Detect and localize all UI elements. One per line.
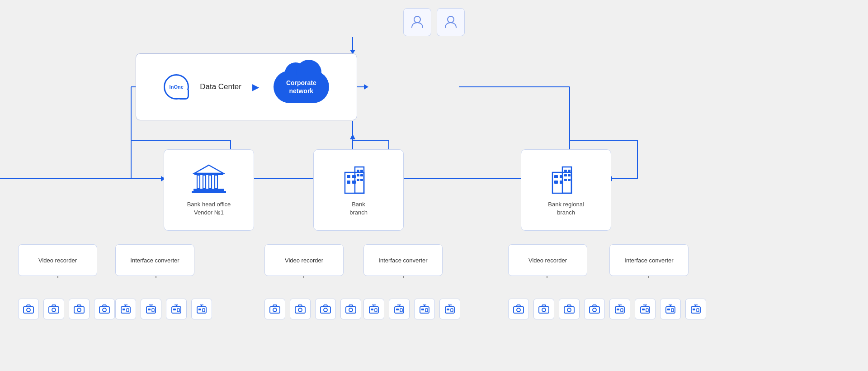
inone-logo-circle: InOne: [164, 74, 189, 100]
svg-point-144: [542, 308, 546, 312]
svg-marker-87: [102, 305, 107, 307]
office-building-icon-2: [548, 163, 584, 195]
svg-rect-49: [215, 175, 217, 189]
device-video-recorder-2: Video recorder: [264, 244, 344, 276]
camera-icon-12: [584, 299, 605, 319]
svg-rect-79: [49, 307, 59, 313]
device-vr2-label: Video recorder: [285, 257, 323, 264]
camera-icon-5: [264, 299, 285, 319]
svg-rect-69: [560, 181, 563, 184]
svg-rect-75: [568, 179, 571, 181]
svg-rect-55: [352, 175, 356, 178]
device-video-recorder-1: Video recorder: [18, 244, 97, 276]
svg-rect-95: [152, 309, 154, 312]
inone-logo: InOne: [164, 74, 189, 100]
svg-rect-89: [123, 309, 125, 310]
svg-rect-140: [514, 307, 524, 313]
register-icon-4: [191, 299, 212, 319]
svg-rect-114: [321, 307, 330, 313]
device-vr3-label: Video recorder: [528, 257, 567, 264]
svg-marker-44: [194, 165, 223, 173]
camera-icon-4: [94, 299, 115, 319]
svg-marker-148: [567, 305, 571, 307]
cloud-label: Corporate network: [274, 71, 329, 103]
branch-head-office: Bank head office Vendor №1: [164, 149, 254, 231]
svg-rect-60: [357, 174, 359, 176]
svg-point-112: [298, 308, 302, 312]
device-interface-converter-1: Interface converter: [115, 244, 194, 276]
branch-regional-label: Bank regional branch: [548, 200, 584, 217]
svg-rect-46: [197, 175, 200, 189]
svg-rect-127: [400, 309, 402, 312]
device-interface-converter-2: Interface converter: [363, 244, 443, 276]
svg-point-77: [27, 308, 30, 312]
user-icon-1: [403, 8, 431, 36]
svg-rect-82: [74, 307, 84, 313]
svg-rect-58: [357, 170, 359, 172]
camera-icon-9: [508, 299, 529, 319]
svg-marker-142: [516, 305, 521, 307]
svg-point-80: [52, 308, 56, 312]
camera-icon-8: [340, 299, 361, 319]
svg-rect-100: [177, 309, 179, 312]
svg-rect-85: [99, 307, 109, 313]
svg-rect-99: [173, 309, 176, 310]
diagram-container: InOne Data Center ▶ Corporate network: [0, 0, 868, 371]
register-icon-11: [660, 299, 681, 319]
device-ic2-label: Interface converter: [378, 257, 427, 264]
svg-rect-56: [347, 181, 350, 184]
camera-icon-10: [533, 299, 554, 319]
top-users-group: [403, 8, 465, 36]
camera-icon-1: [18, 299, 39, 319]
svg-rect-137: [451, 309, 453, 312]
corporate-network-cloud: Corporate network: [274, 71, 329, 103]
svg-point-42: [414, 16, 420, 23]
svg-marker-5: [364, 84, 368, 90]
datacenter-label: Data Center: [200, 82, 241, 91]
register-icon-10: [635, 299, 656, 319]
svg-point-83: [77, 308, 81, 312]
branch-bank-branch: Bank branch: [313, 149, 404, 231]
svg-marker-113: [298, 305, 302, 307]
svg-rect-149: [590, 307, 599, 313]
svg-rect-122: [375, 309, 377, 312]
svg-rect-61: [360, 174, 363, 176]
camera-icon-11: [559, 299, 580, 319]
svg-rect-51: [192, 191, 226, 193]
svg-rect-159: [646, 309, 648, 312]
svg-rect-66: [554, 175, 558, 178]
svg-rect-76: [24, 307, 33, 313]
svg-marker-81: [52, 305, 56, 307]
svg-point-43: [448, 16, 454, 23]
svg-rect-104: [198, 309, 201, 310]
datacenter-box: InOne Data Center ▶ Corporate network: [136, 53, 357, 120]
register-icon-8: [439, 299, 460, 319]
camera-icon-2: [43, 299, 64, 319]
svg-rect-50: [193, 189, 224, 191]
register-icon-2: [141, 299, 161, 319]
svg-rect-63: [360, 179, 363, 181]
svg-rect-54: [347, 175, 350, 178]
svg-rect-68: [554, 181, 558, 184]
user-icon-2: [437, 8, 465, 36]
svg-rect-72: [564, 174, 567, 176]
svg-marker-119: [349, 305, 353, 307]
device-ic3-label: Interface converter: [624, 257, 673, 264]
svg-point-118: [349, 308, 353, 312]
svg-rect-158: [642, 309, 645, 310]
branch-bank-branch-label: Bank branch: [349, 200, 368, 217]
svg-marker-145: [542, 305, 546, 307]
svg-rect-105: [203, 309, 205, 312]
svg-marker-78: [26, 305, 31, 307]
svg-rect-59: [360, 170, 363, 172]
svg-rect-143: [539, 307, 549, 313]
svg-point-109: [273, 308, 277, 312]
svg-rect-164: [671, 309, 674, 312]
svg-marker-110: [273, 305, 277, 307]
svg-rect-108: [270, 307, 280, 313]
svg-rect-154: [621, 309, 623, 312]
device-ic1-label: Interface converter: [130, 257, 179, 264]
svg-rect-131: [421, 309, 424, 310]
svg-rect-74: [564, 179, 567, 181]
svg-rect-48: [209, 175, 212, 189]
